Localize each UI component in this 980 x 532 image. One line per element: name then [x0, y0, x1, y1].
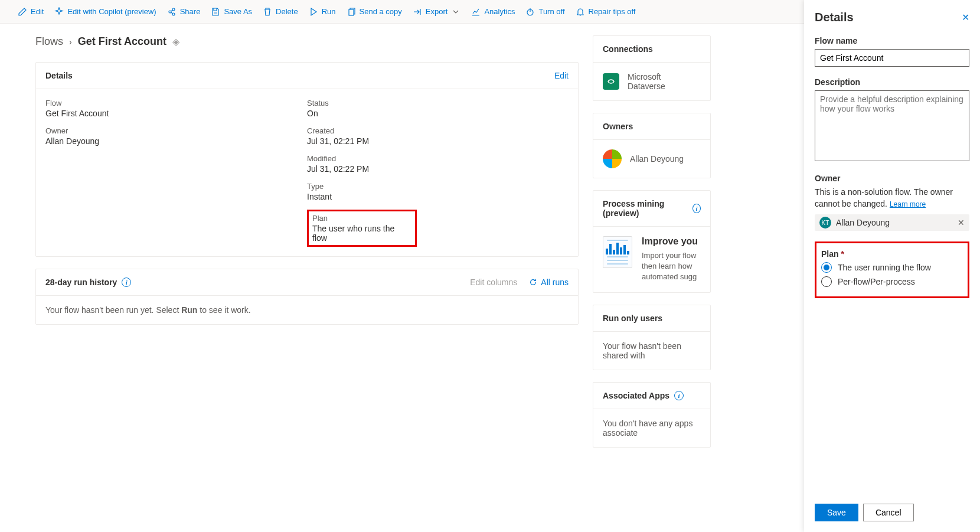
details-card-title: Details	[45, 71, 73, 80]
delete-button[interactable]: Delete	[263, 7, 298, 17]
owner-chip: KT Allan Deyoung ✕	[815, 214, 969, 231]
description-input[interactable]	[815, 90, 969, 161]
svg-point-0	[169, 11, 171, 13]
run-button[interactable]: Run	[309, 7, 336, 17]
plan-field-label: Plan *	[821, 249, 963, 259]
dataverse-icon	[603, 73, 619, 90]
run-only-users-title: Run only users	[603, 314, 662, 323]
modified-label: Modified	[307, 154, 569, 163]
run-history-card: 28-day run history i Edit columns All ru…	[35, 269, 579, 325]
edit-columns-link[interactable]: Edit columns	[470, 278, 517, 287]
panel-title: Details	[815, 11, 854, 24]
analytics-button[interactable]: Analytics	[471, 7, 515, 17]
owner-chip-avatar: KT	[819, 217, 831, 229]
plan-option-perflow[interactable]: Per-flow/Per-process	[821, 276, 963, 287]
run-history-title: 28-day run history	[45, 278, 117, 287]
bell-icon	[576, 7, 585, 17]
plan-option-perflow-label: Per-flow/Per-process	[838, 277, 915, 286]
breadcrumb-separator: ›	[69, 37, 72, 47]
run-label: Run	[322, 7, 336, 16]
info-icon[interactable]: i	[674, 391, 684, 400]
run-only-users-card: Run only users Your flow hasn't been sha…	[593, 305, 711, 370]
repair-tips-button[interactable]: Repair tips off	[576, 7, 636, 17]
plan-highlight-box: Plan The user who runs the flow	[307, 210, 417, 247]
export-label: Export	[426, 7, 448, 16]
info-icon[interactable]: i	[692, 204, 701, 213]
run-history-empty-bold: Run	[181, 305, 197, 315]
share-label: Share	[180, 7, 201, 16]
power-icon	[525, 7, 535, 17]
play-icon	[309, 7, 318, 17]
details-edit-link[interactable]: Edit	[554, 71, 569, 80]
details-panel: Details ✕ Flow name Description Owner Th…	[804, 0, 980, 459]
plan-field-highlight-box: Plan * The user running the flow Per-flo…	[815, 241, 969, 298]
breadcrumb-current: Get First Account	[78, 35, 166, 48]
save-icon	[211, 7, 220, 17]
all-runs-link[interactable]: All runs	[529, 278, 569, 287]
flow-value: Get First Account	[45, 109, 307, 118]
svg-point-1	[172, 8, 175, 11]
send-copy-button[interactable]: Send a copy	[347, 7, 402, 17]
analytics-label: Analytics	[484, 7, 515, 16]
edit-copilot-label: Edit with Copilot (preview)	[67, 7, 156, 16]
connection-row[interactable]: Microsoft Dataverse	[603, 72, 701, 91]
status-label: Status	[307, 99, 569, 107]
connection-name: Microsoft Dataverse	[628, 72, 701, 91]
turn-off-label: Turn off	[538, 7, 564, 16]
breadcrumb: Flows › Get First Account ◈	[35, 35, 579, 48]
close-icon[interactable]: ✕	[962, 12, 969, 23]
owners-title: Owners	[603, 122, 633, 131]
delete-label: Delete	[276, 7, 298, 16]
description-field-label: Description	[815, 77, 969, 87]
breadcrumb-root[interactable]: Flows	[35, 35, 63, 48]
turn-off-button[interactable]: Turn off	[525, 7, 564, 17]
connections-title: Connections	[603, 44, 653, 54]
chevron-down-icon	[451, 7, 460, 17]
trash-icon	[263, 7, 272, 17]
edit-label: Edit	[31, 7, 44, 16]
type-label: Type	[307, 182, 569, 191]
process-mining-card: Process mining (preview) i Improve you I…	[593, 190, 711, 293]
run-only-users-body: Your flow hasn't been shared with	[603, 341, 681, 360]
save-as-label: Save As	[224, 7, 252, 16]
plan-option-user[interactable]: The user running the flow	[821, 262, 963, 273]
premium-icon: ◈	[172, 36, 179, 47]
associated-apps-card: Associated Apps i You don't have any app…	[593, 382, 711, 448]
flow-name-input[interactable]	[815, 49, 969, 67]
svg-rect-5	[603, 149, 612, 159]
status-value: On	[307, 109, 569, 118]
svg-rect-7	[603, 159, 612, 168]
modified-value: Jul 31, 02:22 PM	[307, 164, 569, 174]
details-card: Details Edit Flow Get First Account Owne…	[35, 62, 579, 257]
plan-value: The user who runs the flow	[312, 224, 411, 243]
share-button[interactable]: Share	[167, 7, 201, 17]
owner-note: This is a non-solution flow. The owner c…	[815, 187, 953, 208]
repair-tips-label: Repair tips off	[589, 7, 636, 16]
all-runs-label: All runs	[541, 278, 569, 287]
edit-button[interactable]: Edit	[18, 7, 44, 17]
owner-value: Allan Deyoung	[45, 136, 307, 146]
process-mining-thumbnail-icon	[603, 236, 632, 268]
flow-label: Flow	[45, 99, 307, 107]
owner-label: Owner	[45, 126, 307, 135]
connections-card: Connections Microsoft Dataverse	[593, 35, 711, 101]
info-icon[interactable]: i	[122, 278, 131, 287]
copy-icon	[347, 7, 356, 17]
plan-option-user-label: The user running the flow	[838, 263, 931, 272]
svg-rect-6	[612, 149, 622, 159]
save-as-button[interactable]: Save As	[211, 7, 252, 17]
sparkle-icon	[54, 7, 64, 17]
remove-owner-icon[interactable]: ✕	[958, 218, 965, 227]
created-label: Created	[307, 126, 569, 135]
edit-copilot-button[interactable]: Edit with Copilot (preview)	[54, 7, 156, 17]
owner-row[interactable]: Allan Deyoung	[603, 149, 701, 168]
run-history-empty-post: to see it work.	[197, 305, 250, 315]
process-mining-body: Import your flow then learn how automate…	[642, 250, 701, 283]
chart-icon	[471, 7, 481, 17]
associated-apps-title: Associated Apps	[603, 391, 669, 400]
learn-more-link[interactable]: Learn more	[890, 200, 926, 208]
export-button[interactable]: Export	[413, 7, 461, 17]
owners-card: Owners Allan Deyoung	[593, 113, 711, 178]
svg-point-2	[172, 13, 175, 15]
plan-label: Plan	[312, 214, 411, 223]
